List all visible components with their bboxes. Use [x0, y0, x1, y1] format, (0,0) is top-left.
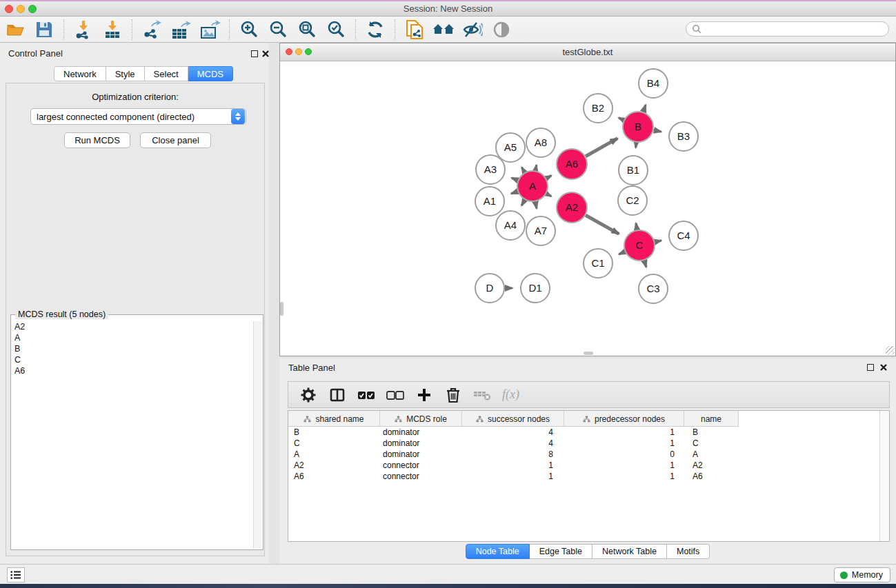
column-header-MCDS-role[interactable]: MCDS role: [380, 411, 462, 427]
graph-edge-A6-B[interactable]: [586, 139, 617, 156]
tab-style[interactable]: Style: [106, 66, 145, 81]
window-resize-grip[interactable]: [886, 346, 895, 355]
network-canvas[interactable]: AA1A2A3A4A5A6A7A8BB1B2B3B4CC1C2C3C4DD1: [280, 61, 895, 356]
zoom-in-icon[interactable]: [237, 19, 261, 41]
apply-layout-icon[interactable]: [363, 19, 388, 41]
mcds-result-item[interactable]: A2: [13, 321, 252, 332]
table-row[interactable]: A6connector11A6: [288, 471, 879, 482]
network-graph[interactable]: AA1A2A3A4A5A6A7A8BB1B2B3B4CC1C2C3C4DD1: [280, 61, 895, 356]
graph-node-A2[interactable]: A2: [557, 192, 587, 223]
graph-node-B3[interactable]: B3: [669, 122, 698, 151]
tab-network[interactable]: Network: [54, 66, 106, 81]
add-column-icon[interactable]: [415, 386, 433, 404]
mcds-list-scrollbar[interactable]: [253, 321, 262, 549]
graph-edge-A2-C[interactable]: [586, 215, 619, 234]
delete-table-icon[interactable]: [473, 386, 491, 404]
search-input[interactable]: [686, 21, 889, 37]
mcds-result-item[interactable]: B: [13, 343, 252, 354]
graph-node-C4[interactable]: C4: [669, 221, 698, 250]
column-header-successor-nodes[interactable]: successor nodes: [462, 411, 564, 427]
graph-edge-A-A2[interactable]: [546, 194, 551, 196]
import-network-icon[interactable]: [71, 19, 96, 41]
export-network-icon[interactable]: [139, 19, 164, 41]
export-table-icon[interactable]: [168, 19, 193, 41]
graph-edge-B-B1[interactable]: [636, 143, 637, 148]
graph-edge-A-A7[interactable]: [535, 202, 537, 209]
graph-node-A4[interactable]: A4: [496, 211, 525, 240]
graph-edge-C-C1[interactable]: [619, 252, 625, 254]
graph-edge-C-C2[interactable]: [636, 223, 637, 230]
graph-node-C[interactable]: C: [624, 230, 655, 261]
graph-node-D[interactable]: D: [475, 274, 504, 303]
tab-node-table[interactable]: Node Table: [466, 544, 530, 559]
graph-node-B1[interactable]: B1: [619, 156, 648, 185]
float-panel-icon[interactable]: [251, 50, 258, 57]
open-file-icon[interactable]: [3, 19, 28, 41]
graph-node-A[interactable]: A: [517, 171, 548, 201]
mcds-result-item[interactable]: C: [13, 354, 252, 365]
task-history-button[interactable]: [7, 567, 25, 582]
save-session-icon[interactable]: [32, 19, 57, 41]
graph-edge-B-B2[interactable]: [619, 118, 624, 120]
tab-motifs[interactable]: Motifs: [667, 544, 710, 559]
graph-node-A8[interactable]: A8: [526, 128, 555, 157]
table-float-panel-icon[interactable]: [867, 364, 874, 371]
zoom-fit-icon[interactable]: [295, 19, 319, 41]
graph-edge-A-A3[interactable]: [512, 178, 518, 180]
table-row[interactable]: Bdominator41B: [288, 427, 879, 438]
unselect-all-columns-icon[interactable]: [386, 386, 404, 404]
mcds-result-list[interactable]: A2ABCA6: [13, 321, 252, 547]
graph-edge-C-C4[interactable]: [655, 241, 661, 242]
graph-edge-A-A1[interactable]: [511, 192, 517, 194]
zoom-selected-icon[interactable]: [323, 19, 348, 41]
select-all-columns-icon[interactable]: [357, 386, 375, 404]
mcds-result-item[interactable]: A: [13, 332, 252, 343]
graph-node-A3[interactable]: A3: [476, 155, 505, 184]
column-header-shared-name[interactable]: shared name: [288, 411, 380, 427]
tab-select[interactable]: Select: [145, 66, 188, 81]
tab-mcds[interactable]: MCDS: [188, 66, 233, 81]
graph-edge-A-A4[interactable]: [521, 200, 525, 205]
table-row[interactable]: Cdominator41C: [288, 438, 879, 449]
function-builder-icon[interactable]: f(x): [502, 387, 519, 402]
graph-node-B4[interactable]: B4: [639, 69, 668, 98]
graph-node-C3[interactable]: C3: [639, 274, 668, 303]
tab-network-table[interactable]: Network Table: [593, 544, 667, 559]
graph-node-D1[interactable]: D1: [521, 274, 550, 303]
table-options-gear-icon[interactable]: [299, 386, 317, 404]
hide-details-icon[interactable]: [460, 19, 485, 41]
column-header-predecessor-nodes[interactable]: predecessor nodes: [564, 411, 684, 427]
first-neighbors-icon[interactable]: [431, 19, 456, 41]
table-row[interactable]: A2connector11A2: [288, 460, 879, 471]
graph-node-C1[interactable]: C1: [584, 249, 613, 278]
table-row[interactable]: Adominator80A: [288, 449, 879, 460]
table-close-panel-icon[interactable]: [879, 363, 888, 372]
graph-node-C2[interactable]: C2: [618, 186, 647, 215]
delete-column-icon[interactable]: [444, 386, 462, 404]
mcds-result-item[interactable]: A6: [13, 365, 252, 376]
memory-button[interactable]: Memory: [834, 567, 890, 582]
graph-edge-A-A5[interactable]: [521, 168, 524, 172]
show-columns-icon[interactable]: [328, 386, 346, 404]
graph-node-B2[interactable]: B2: [584, 94, 613, 123]
close-panel-button[interactable]: Close panel: [140, 132, 211, 148]
network-horizontal-scroll-thumb[interactable]: [584, 352, 593, 355]
graph-node-B[interactable]: B: [623, 112, 653, 142]
graph-edge-A-A6[interactable]: [546, 176, 551, 179]
import-table-icon[interactable]: [100, 19, 125, 41]
show-details-icon[interactable]: [489, 19, 514, 41]
graph-edge-C-C3[interactable]: [644, 261, 646, 267]
graph-node-A6[interactable]: A6: [557, 149, 587, 179]
column-header-name[interactable]: name: [684, 411, 739, 427]
tab-edge-table[interactable]: Edge Table: [530, 544, 593, 559]
export-image-icon[interactable]: [197, 19, 222, 41]
duplicate-network-icon[interactable]: [402, 19, 427, 41]
criterion-select[interactable]: largest connected component (directed): [30, 108, 246, 125]
table-scrollbar[interactable]: [879, 411, 889, 541]
graph-edge-A-A8[interactable]: [535, 165, 537, 170]
run-mcds-button[interactable]: Run MCDS: [64, 132, 130, 148]
graph-node-A5[interactable]: A5: [496, 133, 525, 162]
network-vertical-scroll-thumb[interactable]: [280, 302, 283, 316]
graph-edge-B-B3[interactable]: [653, 130, 661, 132]
close-panel-icon[interactable]: [261, 50, 270, 58]
